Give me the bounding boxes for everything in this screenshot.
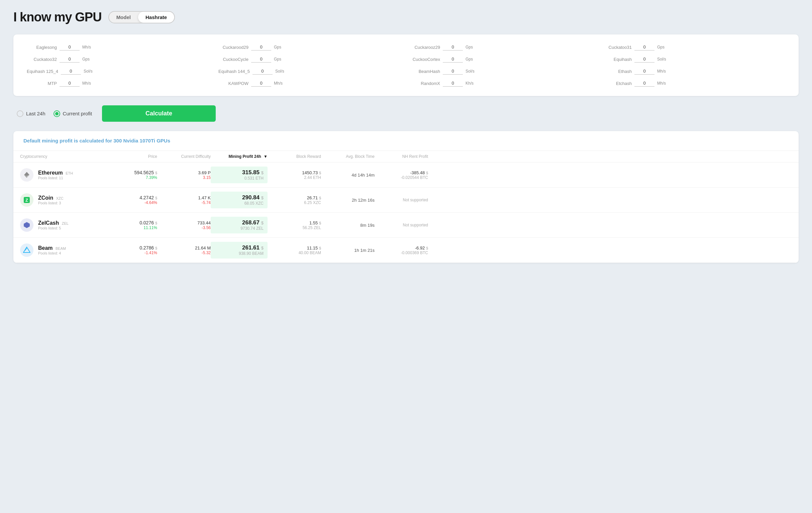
coin-cell-2: ZelCash ZEL Pools listed: 5 [20, 218, 114, 232]
hashrate-label-8: Equihash 125_4 [27, 69, 58, 74]
hashrate-input-12[interactable] [60, 80, 80, 87]
hashrate-input-4[interactable] [60, 56, 80, 62]
table-row: ZelCash ZEL Pools listed: 5 0.0276 $ 11.… [13, 213, 799, 238]
coin-icon-0 [20, 168, 33, 181]
coin-name-0: Ethereum ETH [38, 170, 73, 176]
hashrate-input-3[interactable] [634, 44, 655, 51]
hashrate-unit-4: Gps [82, 57, 90, 61]
td-price-3: 0.2786 $ -1.41% [114, 245, 157, 255]
hashrate-input-11[interactable] [634, 68, 655, 75]
nh-rent-sub-3: -0.000369 BTC [375, 251, 428, 255]
td-diff-1: 1.47 K -5.74 [157, 195, 211, 205]
price-main-3: 0.2786 $ [114, 245, 157, 251]
hashrate-unit-6: Gps [466, 57, 473, 61]
td-block-0: 1450.73 $ 2.44 ETH [267, 170, 321, 180]
diff-change-1: -5.74 [157, 200, 211, 205]
hashrate-label-5: CuckooCycle [219, 57, 249, 62]
diff-change-0: 3.15 [157, 175, 211, 180]
profit-sub-1: 68.05 XZC [215, 201, 264, 206]
hashrate-item-cuckoocycle: CuckooCycle Gps [219, 56, 402, 62]
block-main-0: 1450.73 $ [267, 170, 321, 175]
hashrate-input-14[interactable] [443, 80, 463, 87]
block-main-1: 26.71 $ [267, 195, 321, 200]
td-diff-3: 21.64 M -5.32 [157, 246, 211, 255]
hashrate-input-8[interactable] [61, 68, 81, 75]
coin-pools-0: Pools listed: 11 [38, 176, 73, 180]
hashrate-label-9: Equihash 144_5 [219, 69, 250, 74]
coin-cell-3: Beam BEAM Pools listed: 4 [20, 244, 114, 257]
coin-name-block-1: ZCoin XZC Pools listed: 3 [38, 195, 63, 205]
profit-sub-2: 9730.74 ZEL [215, 226, 264, 231]
hashrate-input-0[interactable] [60, 44, 80, 51]
price-change-3: -1.41% [114, 251, 157, 255]
model-toggle-btn[interactable]: Model [109, 12, 138, 23]
block-main-2: 1.55 $ [267, 220, 321, 225]
td-profit-1: 290.84 $ 68.05 XZC [211, 192, 267, 208]
hashrate-label-12: MTP [27, 81, 57, 86]
mode-toggle[interactable]: Model Hashrate [108, 11, 175, 23]
td-profit-3: 261.61 $ 938.90 BEAM [211, 242, 267, 258]
profit-sub-3: 938.90 BEAM [215, 251, 264, 256]
coin-icon-3 [20, 244, 33, 257]
hashrate-toggle-btn[interactable]: Hashrate [138, 12, 174, 23]
hashrate-item-cuckarooz29: Cuckarooz29 Gps [410, 44, 593, 51]
profit-main-3: 261.61 $ [215, 245, 264, 251]
hashrate-item-kawpow: KAWPOW Mh/s [219, 80, 402, 87]
hashrate-unit-2: Gps [466, 45, 473, 50]
diff-change-3: -5.32 [157, 251, 211, 255]
profit-sub-0: 0.531 ETH [215, 176, 264, 180]
hashrate-unit-15: Mh/s [657, 81, 666, 86]
current-profit-radio[interactable]: Current profit [54, 110, 92, 117]
site-title: I know my GPU [13, 10, 102, 24]
th-difficulty: Current Difficulty [157, 154, 211, 159]
hashrate-item-cuckatoo32: Cuckatoo32 Gps [27, 56, 210, 62]
hashrate-unit-12: Mh/s [82, 81, 91, 86]
hashrate-label-4: Cuckatoo32 [27, 57, 57, 62]
nh-rent-main-3: -6.92 $ [375, 246, 428, 251]
coin-cell-0: Ethereum ETH Pools listed: 11 [20, 168, 114, 181]
hashrate-input-6[interactable] [443, 56, 463, 62]
hashrate-item-equihash_144_5: Equihash 144_5 Sol/s [219, 68, 402, 75]
table-header-row: Cryptocurrency Price Current Difficulty … [13, 151, 799, 163]
block-sub-1: 6.25 XZC [267, 200, 321, 205]
table-row: Beam BEAM Pools listed: 4 0.2786 $ -1.41… [13, 238, 799, 263]
price-change-1: -4.64% [114, 200, 157, 205]
table-row: Z ZCoin XZC Pools listed: 3 4.2742 $ -4.… [13, 188, 799, 213]
profit-main-2: 268.67 $ [215, 219, 264, 226]
td-blocktime-3: 1h 1m 21s [321, 248, 375, 253]
calculate-button[interactable]: Calculate [102, 105, 216, 122]
coin-pools-2: Pools listed: 5 [38, 226, 68, 230]
th-profit[interactable]: Mining Profit 24h ▼ [211, 154, 267, 159]
hashrate-item-cuckoocortex: CuckooCortex Gps [410, 56, 593, 62]
td-block-1: 26.71 $ 6.25 XZC [267, 195, 321, 205]
hashrate-input-2[interactable] [443, 44, 463, 51]
hashrate-item-eaglesong: Eaglesong Mh/s [27, 44, 210, 51]
td-blocktime-0: 4d 14h 14m [321, 173, 375, 177]
price-main-0: 594.5625 $ [114, 170, 157, 175]
profit-cell-0: 315.85 $ 0.531 ETH [211, 167, 267, 183]
results-table: Cryptocurrency Price Current Difficulty … [13, 151, 799, 263]
diff-main-1: 1.47 K [157, 195, 211, 200]
hashrate-input-5[interactable] [251, 56, 271, 62]
coin-pools-1: Pools listed: 3 [38, 201, 63, 205]
price-change-2: 11.11% [114, 225, 157, 230]
hashrate-input-1[interactable] [251, 44, 271, 51]
last24h-radio[interactable]: Last 24h [17, 110, 46, 117]
hashrate-input-13[interactable] [251, 80, 271, 87]
hashrate-label-0: Eaglesong [27, 45, 57, 50]
hashrate-input-15[interactable] [634, 80, 655, 87]
hashrate-input-7[interactable] [634, 56, 655, 62]
coin-icon-2 [20, 218, 33, 232]
td-nh-rent-0: -385.48 $ -0.020544 BTC [375, 170, 428, 180]
td-price-2: 0.0276 $ 11.11% [114, 220, 157, 230]
hashrate-input-10[interactable] [443, 68, 463, 75]
coin-name-1: ZCoin XZC [38, 195, 63, 201]
td-price-1: 4.2742 $ -4.64% [114, 195, 157, 205]
td-block-2: 1.55 $ 56.25 ZEL [267, 220, 321, 230]
td-profit-0: 315.85 $ 0.531 ETH [211, 167, 267, 183]
coin-name-2: ZelCash ZEL [38, 220, 68, 226]
hashrate-input-9[interactable] [253, 68, 272, 75]
hashrate-unit-8: Sol/s [84, 69, 93, 74]
block-sub-0: 2.44 ETH [267, 175, 321, 180]
hashrate-item-equihash_125_4: Equihash 125_4 Sol/s [27, 68, 210, 75]
